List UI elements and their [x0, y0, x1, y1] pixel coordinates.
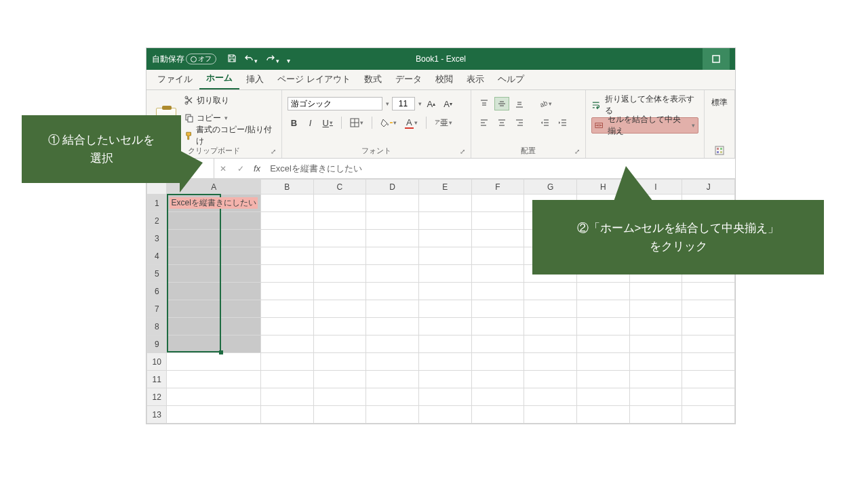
cell-C1[interactable] [313, 195, 366, 212]
qat-customize-icon[interactable]: ▾ [287, 57, 290, 64]
col-header-D[interactable]: D [366, 180, 419, 195]
cell-A7[interactable] [167, 300, 260, 318]
tab-view[interactable]: 表示 [460, 70, 491, 89]
formula-cancel-icon[interactable]: ✕ [214, 164, 232, 174]
tab-page-layout[interactable]: ページ レイアウト [271, 70, 357, 89]
selection-fill-handle[interactable] [219, 350, 223, 354]
row-header-5[interactable]: 5 [147, 265, 167, 283]
format-painter-button[interactable]: 書式のコピー/貼り付け [184, 128, 276, 143]
row-header-13[interactable]: 13 [147, 406, 167, 424]
font-name-input[interactable] [288, 97, 382, 110]
tab-data[interactable]: データ [389, 70, 429, 89]
col-header-F[interactable]: F [471, 180, 524, 195]
cell-B1[interactable] [260, 195, 313, 212]
font-color-button[interactable]: A▾ [402, 116, 420, 129]
align-top-icon[interactable] [477, 97, 492, 110]
row-header-8[interactable]: 8 [147, 318, 167, 336]
formula-enter-icon[interactable]: ✓ [232, 164, 250, 174]
callout-step-1: ① 結合したいセルを 選択 [22, 115, 181, 183]
style-normal-label[interactable]: 標準 [711, 97, 728, 108]
row-header-7[interactable]: 7 [147, 300, 167, 318]
decrease-font-icon[interactable]: A▾ [441, 97, 455, 110]
redo-icon[interactable]: ▾ [266, 54, 279, 65]
cell-A10[interactable] [167, 353, 260, 371]
decrease-indent-icon[interactable] [538, 116, 553, 129]
cell-A13[interactable] [167, 406, 260, 424]
cell-A12[interactable] [167, 388, 260, 406]
alignment-group-label: 配置 [521, 146, 536, 155]
fill-color-button[interactable]: ▾ [378, 116, 399, 129]
underline-button[interactable]: U▾ [320, 116, 336, 129]
row-header-11[interactable]: 11 [147, 371, 167, 388]
row-header-2[interactable]: 2 [147, 212, 167, 230]
group-alignment: ab▾ 配置⤢ [471, 90, 587, 158]
col-header-B[interactable]: B [260, 180, 313, 195]
align-center-icon[interactable] [494, 116, 509, 129]
document-title: Book1 - Excel [416, 54, 466, 64]
svg-rect-36 [717, 148, 719, 150]
row-header-1[interactable]: 1 [147, 195, 167, 212]
svg-rect-38 [717, 151, 719, 153]
row-header-10[interactable]: 10 [147, 353, 167, 371]
copy-button[interactable]: コピー▾ [184, 110, 276, 125]
increase-font-icon[interactable]: A▴ [425, 97, 439, 110]
align-right-icon[interactable] [512, 116, 527, 129]
group-styles: 標準 [705, 90, 735, 158]
orientation-button[interactable]: ab▾ [538, 97, 553, 110]
svg-rect-4 [188, 117, 193, 122]
tab-help[interactable]: ヘルプ [491, 70, 531, 89]
italic-button[interactable]: I [304, 116, 317, 129]
alignment-launcher-icon[interactable]: ⤢ [574, 148, 580, 155]
col-header-C[interactable]: C [313, 180, 366, 195]
wrap-text-button[interactable]: 折り返して全体を表示する [591, 97, 698, 113]
svg-rect-39 [720, 151, 722, 153]
svg-rect-0 [713, 56, 719, 62]
phonetic-button[interactable]: ア亜▾ [432, 116, 455, 129]
align-left-icon[interactable] [477, 116, 492, 129]
brush-icon [184, 131, 193, 140]
window-maximize-icon[interactable] [703, 48, 730, 70]
col-header-J[interactable]: J [682, 180, 735, 195]
borders-button[interactable]: ▾ [347, 116, 366, 129]
cell-A11[interactable] [167, 371, 260, 388]
cell-A4[interactable] [167, 247, 260, 265]
tab-insert[interactable]: 挿入 [239, 70, 271, 89]
ribbon: 切り取り コピー▾ 書式のコピー/貼り付け クリップボード⤢ [146, 90, 735, 159]
tab-review[interactable]: 校閲 [429, 70, 460, 89]
align-middle-icon[interactable] [494, 97, 509, 110]
merge-center-button[interactable]: セルを結合して中央揃え▾ [591, 117, 698, 134]
styles-icon[interactable] [715, 146, 724, 155]
cell-A3[interactable] [167, 230, 260, 247]
bold-button[interactable]: B [288, 116, 301, 129]
cut-button[interactable]: 切り取り [184, 93, 276, 108]
cell-A8[interactable] [167, 318, 260, 336]
cell-A2[interactable] [167, 212, 260, 230]
font-launcher-icon[interactable]: ⤢ [460, 148, 465, 155]
undo-icon[interactable]: ▾ [244, 54, 258, 65]
tab-formulas[interactable]: 数式 [357, 70, 389, 89]
wrap-text-icon [591, 100, 600, 110]
row-header-6[interactable]: 6 [147, 283, 167, 300]
cell-A1[interactable]: Excelを縦書きにしたい [167, 195, 260, 212]
font-size-input[interactable] [392, 97, 415, 110]
formula-input[interactable] [264, 159, 735, 178]
row-header-4[interactable]: 4 [147, 247, 167, 265]
row-header-12[interactable]: 12 [147, 388, 167, 406]
col-header-G[interactable]: G [524, 180, 577, 195]
col-header-E[interactable]: E [418, 180, 471, 195]
clipboard-launcher-icon[interactable]: ⤢ [271, 148, 276, 155]
save-icon[interactable] [227, 54, 237, 65]
fx-icon[interactable]: fx [254, 163, 260, 174]
increase-indent-icon[interactable] [555, 116, 570, 129]
row-header-3[interactable]: 3 [147, 230, 167, 247]
tab-home[interactable]: ホーム [199, 69, 239, 89]
cell-A6[interactable] [167, 283, 260, 300]
align-bottom-icon[interactable] [512, 97, 527, 110]
cell-A5[interactable] [167, 265, 260, 283]
autosave-toggle[interactable]: オフ [186, 54, 216, 64]
row-header-9[interactable]: 9 [147, 336, 167, 353]
merge-center-icon [595, 121, 603, 130]
tab-file[interactable]: ファイル [151, 70, 199, 89]
callout-step-2: ②「ホーム>セルを結合して中央揃え」 をクリック [532, 200, 824, 274]
cell-A9[interactable] [167, 336, 260, 353]
